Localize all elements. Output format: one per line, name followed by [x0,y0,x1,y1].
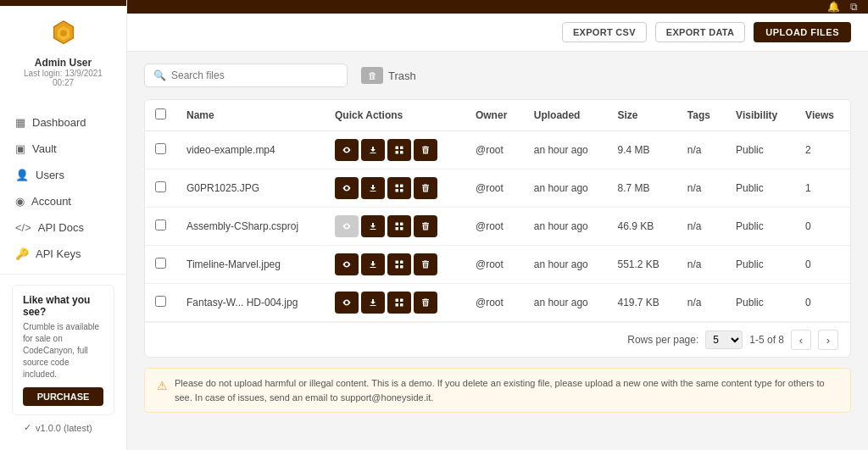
purchase-title: Like what you see? [23,294,103,318]
cell-uploaded: an hour ago [524,284,608,322]
share-button[interactable] [387,253,411,275]
upload-files-button[interactable]: UPLOAD FILES [754,22,851,42]
share-button[interactable] [387,139,411,161]
row-checkbox[interactable] [155,258,166,269]
sidebar: Admin User Last login: 13/9/2021 00:27 ▦… [0,0,127,450]
app-logo-icon [47,19,80,52]
cell-size: 551.2 KB [607,246,676,284]
pagination-prev-button[interactable]: ‹ [791,330,811,350]
download-button[interactable] [361,215,385,237]
preview-button[interactable] [335,292,359,314]
row-checkbox[interactable] [155,181,166,192]
select-all-checkbox[interactable] [155,108,166,119]
rows-per-page-label: Rows per page: [627,334,698,346]
user-name: Admin User [35,57,92,69]
sidebar-item-dashboard[interactable]: ▦ Dashboard [0,109,126,136]
warning-icon: ⚠ [157,377,168,395]
sidebar-item-users[interactable]: 👤 Users [0,162,126,188]
svg-rect-21 [395,303,398,307]
preview-button[interactable] [335,253,359,275]
svg-rect-20 [400,299,403,303]
download-button[interactable] [361,292,385,314]
header-visibility: Visibility [726,100,795,131]
svg-rect-4 [400,147,403,150]
cell-size: 46.9 KB [607,208,676,246]
delete-button[interactable] [414,253,437,275]
table-row: Fantasy-W... HD-004.jpg@rootan hour ago4… [145,284,850,322]
cell-tags: n/a [677,169,726,208]
topbar: 🔔 ⧉ [127,0,868,14]
download-button[interactable] [361,139,385,161]
svg-rect-13 [395,227,398,231]
sidebar-item-vault[interactable]: ▣ Vault [0,136,126,162]
cell-uploaded: an hour ago [524,169,608,208]
sidebar-item-account[interactable]: ◉ Account [0,188,126,214]
cell-owner: @root [465,208,524,246]
preview-button[interactable] [335,177,359,199]
share-button[interactable] [387,292,411,314]
row-checkbox[interactable] [155,219,166,231]
warning-text: Please do not upload harmful or illegal … [175,376,838,404]
users-icon: 👤 [15,169,29,181]
sidebar-item-api-docs[interactable]: </> API Docs [0,214,126,241]
delete-button[interactable] [414,177,437,199]
svg-rect-3 [395,147,398,150]
cell-visibility: Public [726,208,795,246]
row-checkbox[interactable] [155,296,166,307]
svg-rect-15 [395,261,398,264]
check-icon: ✓ [24,422,31,433]
warning-banner: ⚠ Please do not upload harmful or illega… [144,368,851,413]
header-checkbox-cell [145,100,176,131]
cell-owner: @root [465,246,524,284]
table-row: Timeline-Marvel.jpeg@rootan hour ago551.… [145,246,850,284]
vault-icon: ▣ [15,142,25,155]
sidebar-item-api-keys[interactable]: 🔑 API Keys [0,241,126,267]
svg-rect-5 [395,151,398,154]
main-content: 🔔 ⧉ EXPORT CSV EXPORT DATA UPLOAD FILES … [127,0,868,450]
sidebar-nav: ▦ Dashboard ▣ Vault 👤 Users ◉ Account </… [0,103,126,274]
header-views: Views [795,100,850,131]
file-name: Timeline-Marvel.jpeg [176,246,325,284]
quick-actions-cell [325,208,465,246]
svg-rect-16 [400,261,403,264]
cell-uploaded: an hour ago [524,246,608,284]
preview-button[interactable] [335,139,359,161]
search-trash-row: 🔍 🗑 Trash [144,64,851,87]
trash-button[interactable]: 🗑 Trash [361,67,416,84]
share-button[interactable] [387,177,411,199]
delete-button[interactable] [414,139,437,161]
file-name: Fantasy-W... HD-004.jpg [176,284,325,322]
content-area: 🔍 🗑 Trash Name Quick Actions Owner [127,52,868,450]
export-data-button[interactable]: EXPORT DATA [655,22,746,42]
purchase-button[interactable]: PURCHASE [23,387,103,406]
row-checkbox[interactable] [155,143,166,154]
file-name: G0PR1025.JPG [176,169,325,208]
delete-button[interactable] [414,292,437,314]
svg-point-2 [60,30,67,36]
download-button[interactable] [361,177,385,199]
window-icon[interactable]: ⧉ [850,1,858,13]
rows-per-page-select[interactable]: 5 10 25 50 [705,331,743,349]
delete-button[interactable] [414,215,437,237]
svg-rect-14 [400,227,403,231]
cell-owner: @root [465,284,524,322]
search-input[interactable] [171,69,338,81]
sidebar-logo-area: Admin User Last login: 13/9/2021 00:27 [0,6,126,103]
export-csv-button[interactable]: EXPORT CSV [562,22,647,42]
table-row: G0PR1025.JPG@rootan hour ago8.7 MBn/aPub… [145,169,850,208]
cell-size: 9.4 MB [607,131,676,169]
header-size: Size [607,100,676,131]
cell-views: 2 [795,131,850,169]
file-name: Assembly-CSharp.csproj [176,208,325,246]
cell-tags: n/a [677,208,726,246]
chart-icon: ▦ [15,116,25,129]
cell-views: 0 [795,208,850,246]
bell-icon[interactable]: 🔔 [827,1,840,13]
cell-visibility: Public [726,284,795,322]
share-button[interactable] [387,215,411,237]
download-button[interactable] [361,253,385,275]
purchase-box: Like what you see? Crumble is available … [12,285,114,415]
pagination-next-button[interactable]: › [818,330,838,350]
svg-rect-12 [400,223,403,226]
account-icon: ◉ [15,195,25,208]
